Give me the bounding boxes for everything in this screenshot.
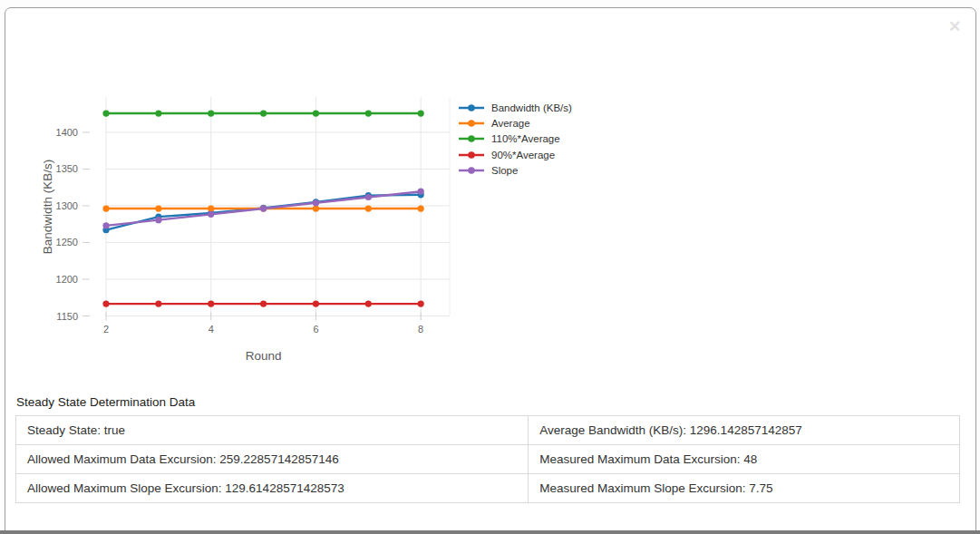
legend-item-90%*Average[interactable]: 90%*Average (458, 147, 572, 162)
y-axis-title: Bandwidth (KB/s) (41, 160, 54, 254)
x-tick-label: 2 (103, 324, 109, 335)
data-point (260, 301, 267, 307)
table-row: Allowed Maximum Data Excursion: 259.2285… (16, 445, 960, 474)
data-point (313, 110, 319, 116)
data-point (365, 301, 372, 307)
table-row: Steady State: true Average Bandwidth (KB… (16, 416, 960, 445)
steady-state-table: Steady State: true Average Bandwidth (KB… (15, 415, 960, 503)
legend-marker-icon (458, 133, 485, 144)
steady-state-dialog: ✕ 1150120012501300135014002468Bandwidth … (0, 0, 980, 534)
data-point (418, 110, 424, 116)
legend-label: 90%*Average (491, 150, 555, 160)
y-tick-label: 1300 (56, 200, 78, 211)
data-point (102, 301, 109, 307)
y-tick-label: 1350 (56, 163, 78, 174)
legend-label: Average (491, 118, 530, 129)
data-point (313, 199, 319, 206)
data-point (260, 205, 267, 211)
x-tick-label: 8 (418, 324, 423, 335)
data-point (418, 205, 424, 211)
legend-label: Bandwidth (KB/s) (491, 102, 572, 113)
steady-state-data-section: Steady State Determination Data Steady S… (15, 395, 960, 503)
legend-item-110%*Average[interactable]: 110%*Average (458, 131, 572, 147)
data-point (155, 217, 161, 223)
data-point (208, 205, 214, 211)
data-point (102, 110, 109, 116)
data-point (418, 301, 424, 307)
data-point (260, 110, 267, 116)
y-tick-label: 1400 (56, 127, 78, 138)
data-point (365, 110, 372, 116)
table-title: Steady State Determination Data (16, 395, 960, 409)
x-tick-label: 6 (313, 324, 318, 335)
data-point (102, 205, 109, 211)
legend-marker-icon (458, 150, 485, 160)
data-point (208, 301, 214, 307)
data-point (155, 110, 161, 116)
y-tick-label: 1200 (56, 274, 78, 285)
legend-item-Slope[interactable]: Slope (458, 163, 572, 179)
series-line-Bandwidth (KB/s) (106, 195, 421, 230)
cell-allowed-data-excursion: Allowed Maximum Data Excursion: 259.2285… (16, 445, 529, 474)
data-point (155, 205, 161, 211)
window-bottom-edge (0, 530, 980, 534)
cell-steady-state: Steady State: true (16, 416, 529, 445)
table-row: Allowed Maximum Slope Excursion: 129.614… (16, 474, 960, 503)
legend-label: Slope (491, 165, 518, 176)
y-tick-label: 1250 (56, 237, 78, 248)
y-tick-label: 1150 (56, 311, 78, 322)
data-point (208, 211, 214, 218)
legend-item-Average[interactable]: Average (458, 115, 572, 131)
data-point (102, 222, 109, 228)
data-point (313, 301, 319, 307)
legend-label: 110%*Average (491, 133, 560, 144)
steady-state-line-chart: 1150120012501300135014002468Bandwidth (K… (0, 0, 598, 390)
data-point (365, 194, 372, 200)
data-point (365, 205, 372, 211)
cell-measured-slope-excursion: Measured Maximum Slope Excursion: 7.75 (529, 474, 960, 503)
x-axis-title: Round (246, 349, 282, 363)
legend-marker-icon (458, 118, 485, 129)
cell-measured-data-excursion: Measured Maximum Data Excursion: 48 (529, 445, 960, 474)
data-point (418, 189, 424, 195)
cell-allowed-slope-excursion: Allowed Maximum Slope Excursion: 129.614… (16, 474, 529, 503)
data-point (313, 205, 319, 211)
close-icon[interactable]: ✕ (942, 15, 967, 40)
legend-marker-icon (458, 102, 485, 113)
cell-average-bandwidth: Average Bandwidth (KB/s): 1296.142857142… (529, 416, 960, 445)
chart-legend: Bandwidth (KB/s)Average110%*Average90%*A… (458, 100, 572, 179)
legend-item-Bandwidth (KB/s)[interactable]: Bandwidth (KB/s) (458, 100, 572, 115)
x-tick-label: 4 (209, 324, 214, 335)
data-point (155, 301, 161, 307)
data-point (208, 110, 214, 116)
legend-marker-icon (458, 165, 485, 176)
